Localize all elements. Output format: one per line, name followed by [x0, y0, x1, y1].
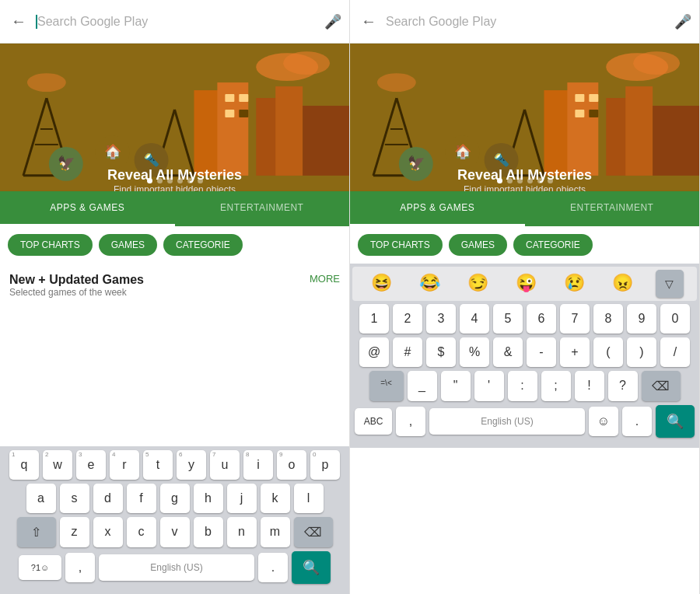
key-a[interactable]: a [26, 484, 56, 513]
key-0[interactable]: 0 [660, 304, 690, 334]
right-pill-games[interactable]: GAMES [449, 234, 507, 256]
right-back-button[interactable]: ← [358, 9, 380, 33]
key-d[interactable]: d [93, 484, 123, 513]
key-dollar[interactable]: $ [426, 337, 456, 367]
key-7[interactable]: 7 [560, 304, 590, 334]
key-v[interactable]: v [160, 517, 190, 547]
key-s[interactable]: s [60, 484, 89, 513]
emoji-tongue[interactable]: 😜 [510, 270, 541, 298]
right-tab-apps-games[interactable]: APPS & GAMES [350, 191, 525, 226]
key-g[interactable]: g [160, 484, 190, 513]
right-emoji-row: 😆 😂 😏 😜 😢 😠 ▽ [352, 267, 697, 301]
key-i[interactable]: 8i [243, 450, 273, 480]
key-delete[interactable]: ⌫ [294, 517, 333, 547]
left-tab-apps-games[interactable]: APPS & GAMES [0, 191, 175, 226]
svg-rect-7 [275, 86, 303, 176]
right-pill-top-charts[interactable]: TOP CHARTS [358, 234, 443, 256]
right-key-comma[interactable]: , [396, 407, 425, 436]
key-h[interactable]: h [194, 484, 223, 513]
emoji-expand[interactable]: ▽ [656, 270, 684, 298]
right-tab-entertainment[interactable]: ENTERTAINMENT [525, 191, 700, 226]
key-b[interactable]: b [194, 517, 223, 547]
key-space[interactable]: English (US) [99, 554, 254, 581]
key-semicolon[interactable]: ; [541, 371, 571, 401]
left-search-key[interactable]: 🔍 [292, 551, 331, 584]
key-8[interactable]: 8 [593, 304, 623, 334]
key-squote[interactable]: ' [474, 371, 504, 401]
emoji-angry[interactable]: 😠 [607, 270, 639, 298]
key-rparen[interactable]: ) [627, 337, 656, 367]
emoji-grinning[interactable]: 😆 [366, 270, 397, 298]
right-dot-5 [537, 178, 543, 183]
right-filter-pills: TOP CHARTS GAMES CATEGORIE [350, 226, 699, 264]
key-1[interactable]: 1 [359, 304, 389, 334]
key-6[interactable]: 6 [527, 304, 556, 334]
right-key-emoji-sym[interactable]: ☺ [589, 407, 618, 436]
key-hash[interactable]: # [393, 337, 422, 367]
key-percent[interactable]: % [460, 337, 489, 367]
key-lparen[interactable]: ( [593, 337, 623, 367]
key-dquote[interactable]: " [441, 371, 471, 401]
left-pill-categories[interactable]: CATEGORIE [163, 234, 243, 256]
key-e[interactable]: 3e [76, 450, 106, 480]
key-more-symbols[interactable]: =\< [369, 371, 404, 401]
key-r[interactable]: 4r [110, 450, 139, 480]
key-at[interactable]: @ [359, 337, 389, 367]
key-underscore[interactable]: _ [408, 371, 437, 401]
right-pill-categories[interactable]: CATEGORIE [513, 234, 593, 256]
left-back-button[interactable]: ← [8, 9, 30, 33]
key-z[interactable]: z [60, 517, 89, 547]
key-n[interactable]: n [227, 517, 257, 547]
left-mic-icon[interactable]: 🎤 [324, 13, 341, 30]
key-3[interactable]: 3 [426, 304, 456, 334]
right-mic-icon[interactable]: 🎤 [674, 13, 691, 30]
key-shift[interactable]: ⇧ [17, 517, 56, 547]
svg-rect-38 [575, 94, 584, 102]
key-l[interactable]: l [294, 484, 324, 513]
emoji-laugh-cry[interactable]: 😂 [414, 270, 445, 298]
key-4[interactable]: 4 [460, 304, 489, 334]
key-w[interactable]: 2w [43, 450, 72, 480]
key-o[interactable]: 9o [277, 450, 306, 480]
left-pill-top-charts[interactable]: TOP CHARTS [8, 234, 93, 256]
key-x[interactable]: x [93, 517, 123, 547]
key-k[interactable]: k [261, 484, 290, 513]
key-y[interactable]: 6y [177, 450, 206, 480]
left-filter-pills: TOP CHARTS GAMES CATEGORIE [0, 226, 349, 264]
emoji-cry[interactable]: 😢 [559, 270, 590, 298]
key-question[interactable]: ? [608, 371, 638, 401]
key-exclaim[interactable]: ! [575, 371, 604, 401]
key-2[interactable]: 2 [393, 304, 422, 334]
right-search-key[interactable]: 🔍 [656, 405, 695, 438]
key-q[interactable]: 1q [9, 450, 39, 480]
right-search-input[interactable] [386, 15, 668, 29]
key-period[interactable]: . [258, 553, 288, 582]
key-u[interactable]: 7u [210, 450, 240, 480]
key-amp[interactable]: & [493, 337, 523, 367]
key-m[interactable]: m [261, 517, 290, 547]
left-search-input[interactable] [36, 15, 318, 29]
key-colon[interactable]: : [508, 371, 537, 401]
left-tab-entertainment[interactable]: ENTERTAINMENT [175, 191, 350, 226]
key-f[interactable]: f [127, 484, 156, 513]
key-9[interactable]: 9 [627, 304, 656, 334]
key-c[interactable]: c [127, 517, 156, 547]
key-sym[interactable]: ?1☺ [19, 555, 61, 580]
right-key-abc[interactable]: ABC [355, 408, 392, 435]
key-minus[interactable]: - [527, 337, 556, 367]
key-plus[interactable]: + [560, 337, 590, 367]
key-comma[interactable]: , [65, 553, 95, 582]
emoji-wink[interactable]: 😏 [462, 270, 493, 298]
key-j[interactable]: j [227, 484, 257, 513]
left-section-title: New + Updated Games [9, 273, 144, 287]
key-t[interactable]: 5t [143, 450, 173, 480]
key-p[interactable]: 0p [310, 450, 340, 480]
left-more-button[interactable]: MORE [310, 273, 340, 285]
svg-rect-10 [239, 94, 248, 102]
key-slash[interactable]: / [660, 337, 690, 367]
right-key-period[interactable]: . [622, 407, 652, 436]
right-key-space[interactable]: English (US) [429, 408, 585, 435]
left-pill-games[interactable]: GAMES [99, 234, 157, 256]
right-key-delete[interactable]: ⌫ [642, 371, 681, 401]
key-5[interactable]: 5 [493, 304, 523, 334]
